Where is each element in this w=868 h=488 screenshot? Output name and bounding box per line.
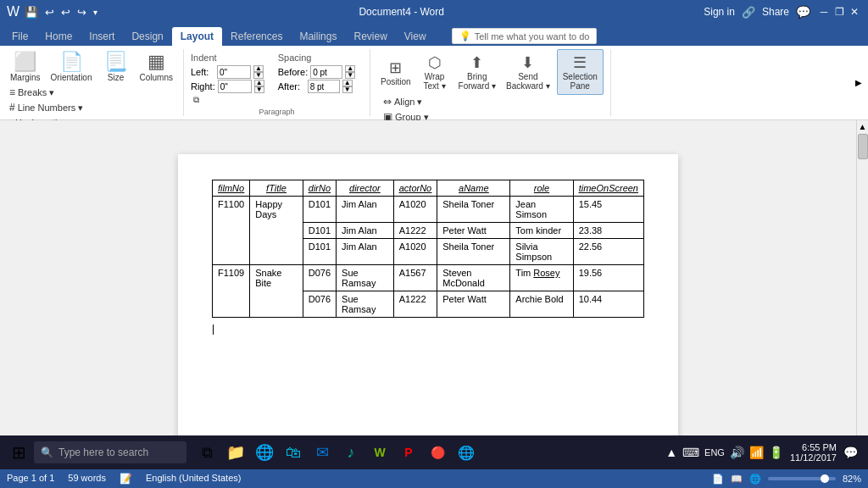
tray-keyboard-icon[interactable]: ⌨ [682, 446, 699, 459]
spacing-before-spinner[interactable]: ▲ ▼ [345, 65, 355, 79]
bring-forward-button[interactable]: ⬆ BringForward ▾ [455, 52, 499, 92]
taskbar-app2[interactable]: P [395, 437, 422, 468]
taskbar-task-view[interactable]: ⧉ [193, 437, 220, 468]
tab-review[interactable]: Review [345, 27, 395, 46]
title-bar-title: Document4 - Word [99, 6, 704, 18]
lightbulb-icon: 💡 [459, 30, 471, 42]
minimize-button[interactable]: ─ [817, 5, 831, 19]
position-icon: ⊞ [389, 58, 402, 77]
scroll-thumb[interactable] [858, 134, 868, 159]
language-icon: 📝 [120, 473, 132, 485]
view-normal-icon[interactable]: 📄 [712, 474, 724, 485]
start-button[interactable]: ⊞ [3, 437, 34, 468]
indent-right-input[interactable] [218, 80, 252, 93]
comment-icon[interactable]: 💬 [796, 5, 810, 19]
tell-me-input[interactable]: 💡 Tell me what you want to do [452, 28, 598, 44]
tab-file[interactable]: File [3, 27, 36, 46]
taskbar-store[interactable]: 🛍 [280, 437, 307, 468]
tab-mailings[interactable]: Mailings [291, 27, 345, 46]
spacing-before-input[interactable] [310, 65, 342, 79]
taskbar-search[interactable]: 🔍 Type here to search [34, 441, 186, 463]
align-button[interactable]: ⇔ Align ▾ [381, 95, 431, 108]
tab-insert[interactable]: Insert [81, 27, 123, 46]
orientation-button[interactable]: 📄 Orientation [47, 49, 96, 84]
wrap-text-button[interactable]: ⬡ WrapText ▾ [418, 52, 452, 92]
quick-more-icon[interactable]: ▾ [92, 8, 99, 17]
cell-actorno-2a: A1567 [393, 265, 437, 291]
spacing-after-spinner[interactable]: ▲ ▼ [342, 80, 353, 93]
paragraph-dialog-launcher[interactable]: ⧉ [191, 94, 202, 106]
col-filmno: filmNo [213, 180, 250, 197]
indent-left-down[interactable]: ▼ [253, 72, 264, 79]
send-backward-button[interactable]: ⬇ SendBackward ▾ [503, 52, 554, 92]
selection-pane-button[interactable]: ☰ SelectionPane [557, 49, 604, 95]
taskbar-mail[interactable]: ✉ [309, 437, 336, 468]
paragraph-group: Indent Left: ▲ ▼ Right: ▲ ▼ [184, 49, 370, 116]
position-button[interactable]: ⊞ Position [377, 57, 415, 88]
share-icon[interactable]: 🔗 [742, 6, 755, 19]
view-reading-icon[interactable]: 📖 [731, 474, 743, 485]
align-icon: ⇔ [383, 96, 392, 108]
tray-battery-icon[interactable]: 🔋 [769, 446, 783, 459]
signin-button[interactable]: Sign in [704, 6, 735, 18]
view-web-icon[interactable]: 🌐 [749, 474, 761, 485]
size-button[interactable]: 📃 Size [99, 49, 133, 84]
quick-undo-icon[interactable]: ↩ [43, 6, 56, 19]
zoom-level[interactable]: 82% [843, 474, 861, 484]
tab-view[interactable]: View [396, 27, 435, 46]
cell-dirno-2a: D076 [303, 265, 336, 291]
quick-undo2-icon[interactable]: ↩ [59, 6, 72, 19]
restore-button[interactable]: ❐ [832, 5, 846, 19]
spacing-after-down[interactable]: ▼ [342, 86, 353, 93]
zoom-slider[interactable] [768, 477, 836, 480]
col-role: role [510, 180, 573, 197]
cell-dirno-2b: D076 [303, 291, 336, 318]
indent-right-down[interactable]: ▼ [254, 86, 264, 93]
tab-home[interactable]: Home [36, 27, 81, 46]
taskbar-file-explorer[interactable]: 📁 [222, 437, 249, 468]
taskbar-search-icon: 🔍 [41, 446, 53, 458]
ribbon-scroll-right[interactable]: ▶ [853, 77, 865, 89]
tray-up-arrow[interactable]: ▲ [665, 446, 677, 459]
spacing-before-down[interactable]: ▼ [345, 72, 355, 79]
system-tray-icons: ▲ ⌨ ENG 🔊 📶 🔋 [665, 446, 783, 459]
cell-role-1a: Jean Simson [510, 197, 573, 223]
margins-button[interactable]: ⬜ Margins [7, 49, 44, 84]
align-label: Align ▾ [394, 97, 423, 108]
taskbar-app1[interactable]: W [366, 437, 393, 468]
indent-left-spinner[interactable]: ▲ ▼ [253, 65, 264, 79]
cell-ftitle-2: Snake Bite [250, 265, 303, 318]
cell-time-2a: 19.56 [573, 265, 643, 291]
quick-save-icon[interactable]: 💾 [23, 6, 40, 19]
taskbar-chrome[interactable]: 🌐 [453, 437, 480, 468]
cell-director-2a: Sue Ramsay [337, 265, 394, 291]
share-label[interactable]: Share [762, 6, 789, 18]
tab-references[interactable]: References [222, 27, 291, 46]
breaks-icon: ≡ [9, 86, 15, 98]
taskbar-edge[interactable]: 🌐 [251, 437, 278, 468]
document-table: filmNo fTitle dirNo director actorNo aNa… [212, 180, 644, 318]
taskbar-app3[interactable]: 🔴 [424, 437, 451, 468]
tab-design[interactable]: Design [123, 27, 171, 46]
size-label: Size [108, 73, 124, 82]
cell-ftitle-1: Happy Days [250, 197, 303, 265]
indent-right-spinner[interactable]: ▲ ▼ [254, 80, 264, 93]
scroll-up-button[interactable]: ▲ [857, 120, 869, 132]
vertical-scrollbar[interactable]: ▲ ▼ [856, 120, 868, 488]
tab-layout[interactable]: Layout [172, 27, 222, 46]
close-button[interactable]: ✕ [848, 5, 861, 19]
quick-redo-icon[interactable]: ↪ [75, 6, 88, 19]
tray-eng-icon[interactable]: ENG [704, 447, 725, 458]
tray-network-icon[interactable]: 📶 [749, 446, 764, 459]
tray-volume-icon[interactable]: 🔊 [730, 446, 744, 459]
taskbar-music[interactable]: ♪ [337, 437, 364, 468]
spacing-after-input[interactable] [308, 80, 340, 93]
send-backward-label: SendBackward ▾ [506, 72, 550, 91]
columns-button[interactable]: ▦ Columns [136, 49, 176, 84]
notification-icon[interactable]: 💬 [843, 446, 858, 459]
indent-left-label: Left: [191, 67, 214, 77]
breaks-button[interactable]: ≡ Breaks ▾ [7, 86, 86, 99]
ribbon-body: ⬜ Margins 📄 Orientation 📃 Size ▦ Columns… [0, 46, 868, 120]
line-numbers-button[interactable]: # Line Numbers ▾ [7, 101, 86, 114]
indent-left-input[interactable] [217, 65, 251, 79]
